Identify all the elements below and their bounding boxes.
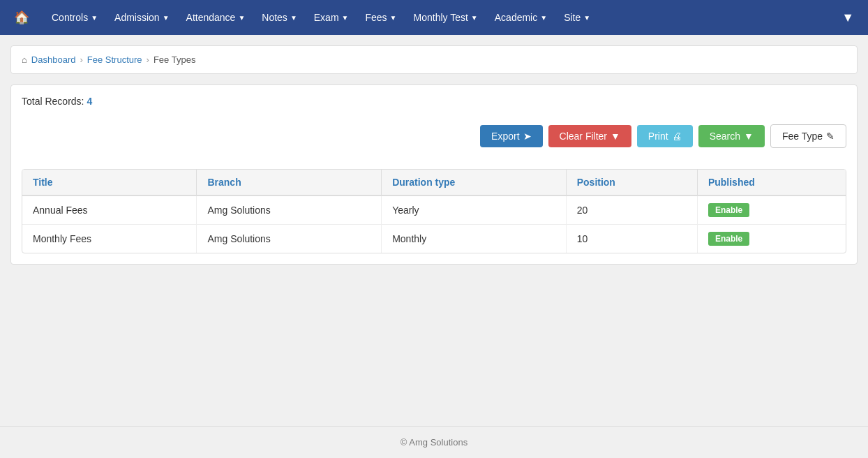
col-published: Published [697, 170, 846, 195]
nav-admission[interactable]: Admission ▼ [106, 0, 178, 35]
monthly-test-caret-icon: ▼ [471, 14, 478, 22]
total-records: Total Records: 4 [22, 96, 846, 107]
navbar: 🏠 Controls ▼ Admission ▼ Attendance ▼ No… [0, 0, 868, 35]
site-caret-icon: ▼ [583, 14, 590, 22]
fee-types-table-container: Title Branch Duration type Position Publ… [22, 169, 846, 253]
content-area: ⌂ Dashboard › Fee Structure › Fee Types … [0, 35, 868, 426]
table-row: Annual Fees Amg Solutions Yearly 20 Enab… [22, 195, 846, 225]
breadcrumb-fee-structure-link[interactable]: Fee Structure [87, 54, 142, 65]
exam-caret-icon: ▼ [342, 14, 349, 22]
row-2-published: Enable [697, 225, 846, 253]
notes-caret-icon: ▼ [290, 14, 297, 22]
export-icon: ➤ [523, 131, 532, 142]
fee-type-edit-icon: ✎ [826, 131, 835, 142]
controls-caret-icon: ▼ [91, 14, 98, 22]
nav-notes[interactable]: Notes ▼ [253, 0, 305, 35]
nav-fees[interactable]: Fees ▼ [357, 0, 405, 35]
nav-academic[interactable]: Academic ▼ [486, 0, 555, 35]
fee-types-table: Title Branch Duration type Position Publ… [22, 170, 846, 253]
row-2-branch: Amg Solutions [197, 225, 382, 253]
nav-monthly-test[interactable]: Monthly Test ▼ [405, 0, 486, 35]
breadcrumb-dashboard-link[interactable]: Dashboard [31, 54, 76, 65]
export-button[interactable]: Export ➤ [480, 125, 542, 147]
row-1-position: 20 [566, 195, 697, 225]
navbar-dropdown-arrow-icon[interactable]: ▼ [835, 7, 861, 29]
table-row: Monthly Fees Amg Solutions Monthly 10 En… [22, 225, 846, 253]
row-2-enable-badge: Enable [708, 232, 749, 246]
main-panel: Total Records: 4 Export ➤ Clear Filter ▼… [10, 84, 858, 265]
row-1-branch: Amg Solutions [197, 195, 382, 225]
print-button[interactable]: Print 🖨 [637, 125, 693, 147]
total-records-count: 4 [87, 96, 92, 107]
row-1-duration-type: Yearly [382, 195, 567, 225]
fees-caret-icon: ▼ [390, 14, 397, 22]
row-1-published: Enable [697, 195, 846, 225]
row-2-position: 10 [566, 225, 697, 253]
clear-filter-icon: ▼ [611, 131, 620, 142]
breadcrumb: ⌂ Dashboard › Fee Structure › Fee Types [10, 45, 858, 74]
breadcrumb-sep-1: › [80, 54, 82, 65]
footer-text: © Amg Solutions [401, 437, 467, 448]
print-icon: 🖨 [672, 131, 682, 142]
admission-caret-icon: ▼ [163, 14, 170, 22]
table-header: Title Branch Duration type Position Publ… [22, 170, 846, 195]
row-2-title: Monthly Fees [22, 225, 197, 253]
breadcrumb-sep-2: › [147, 54, 149, 65]
row-1-enable-badge: Enable [708, 203, 749, 217]
fee-type-button[interactable]: Fee Type ✎ [770, 124, 846, 148]
academic-caret-icon: ▼ [540, 14, 547, 22]
row-2-duration-type: Monthly [382, 225, 567, 253]
home-icon[interactable]: 🏠 [7, 6, 36, 29]
nav-site[interactable]: Site ▼ [555, 0, 599, 35]
row-1-title: Annual Fees [22, 195, 197, 225]
col-position: Position [566, 170, 697, 195]
search-filter-icon: ▼ [744, 131, 754, 142]
col-duration-type: Duration type [382, 170, 567, 195]
footer: © Amg Solutions [0, 426, 868, 458]
nav-controls[interactable]: Controls ▼ [43, 0, 106, 35]
nav-exam[interactable]: Exam ▼ [306, 0, 357, 35]
col-branch: Branch [197, 170, 382, 195]
toolbar: Export ➤ Clear Filter ▼ Print 🖨 Search ▼… [22, 117, 846, 155]
breadcrumb-home-icon: ⌂ [22, 54, 27, 65]
search-button[interactable]: Search ▼ [698, 125, 765, 147]
col-title: Title [22, 170, 197, 195]
clear-filter-button[interactable]: Clear Filter ▼ [548, 125, 631, 147]
nav-attendance[interactable]: Attendance ▼ [178, 0, 254, 35]
breadcrumb-current: Fee Types [154, 54, 195, 65]
table-body: Annual Fees Amg Solutions Yearly 20 Enab… [22, 195, 846, 253]
attendance-caret-icon: ▼ [238, 14, 245, 22]
